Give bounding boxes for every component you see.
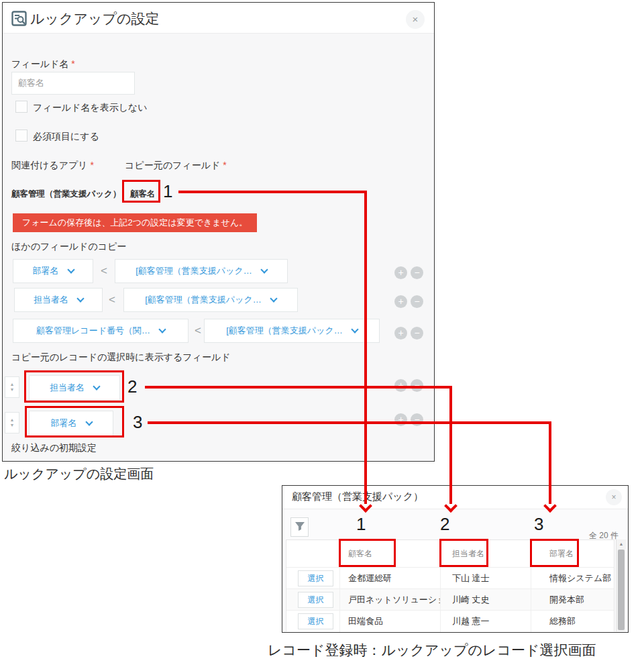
copy-target-select-1[interactable]: 部署名: [13, 259, 93, 283]
annotation-arrow-2-horizontal: [145, 386, 452, 389]
table-row: 選択 田端食品 川越 憲一 総務部: [286, 611, 614, 632]
settings-caption: ルックアップの設定画面: [4, 465, 154, 483]
sort-down-icon: ▼: [10, 423, 15, 428]
less-than-symbol: <: [109, 293, 115, 307]
cell-department: 情報システム部: [531, 568, 615, 588]
annotation-label-1-target: 1: [356, 514, 366, 535]
record-dialog-title: 顧客管理（営業支援パック）: [292, 491, 423, 503]
remove-row-button[interactable]: −: [411, 413, 423, 426]
cell-department: 開発本部: [531, 589, 615, 610]
lookup-dialog-titlebar: ルックアップの設定 ×: [3, 3, 434, 34]
annotation-label-3: 3: [133, 412, 142, 433]
sort-handle[interactable]: ▲ ▼: [5, 376, 19, 398]
close-icon[interactable]: ×: [406, 10, 425, 29]
annotation-box-2-target: [439, 539, 488, 567]
required-mark: *: [91, 160, 94, 170]
select-button[interactable]: 選択: [298, 592, 333, 608]
related-app-value: 顧客管理（営業支援パック）: [11, 189, 121, 200]
annotation-arrow-2-vertical: [449, 386, 452, 504]
related-app-label: 関連付けるアプリ *: [11, 160, 94, 172]
add-row-button[interactable]: +: [394, 413, 407, 426]
copy-source-select-3[interactable]: [顧客管理（営業支援パック…: [204, 319, 380, 343]
annotation-arrow-3-vertical: [549, 421, 551, 504]
checkbox-required-label: 必須項目にする: [33, 131, 99, 143]
annotation-label-3-target: 3: [534, 514, 543, 535]
lookup-icon: [11, 11, 27, 29]
chevron-down-icon: [158, 325, 166, 333]
add-row-button[interactable]: +: [394, 266, 407, 279]
table-row: 選択 金都運総研 下山 達士 情報システム部: [286, 568, 614, 589]
field-name-input[interactable]: [11, 72, 135, 95]
lookup-dialog-title: ルックアップの設定: [30, 9, 159, 28]
less-than-symbol: <: [101, 264, 107, 278]
cell-customer: 田端食品: [340, 611, 441, 632]
other-copy-heading: ほかのフィールドのコピー: [11, 241, 126, 253]
checkbox-hide-field-name-label: フィールド名を表示しない: [33, 102, 148, 114]
cell-customer: 戸田ネットソリューションズ: [340, 589, 441, 610]
annotation-label-2: 2: [127, 376, 137, 397]
sort-up-icon: ▲: [10, 417, 15, 423]
screenshot-canvas: ルックアップの設定 × フィールド名 * フィールド名を表示しない 必須項目にす…: [0, 0, 644, 671]
sort-handle[interactable]: ▲ ▼: [5, 412, 19, 433]
sort-up-icon: ▲: [10, 382, 15, 387]
annotation-box-1: [122, 180, 160, 203]
select-button[interactable]: 選択: [298, 613, 333, 629]
chevron-down-icon: [260, 266, 268, 273]
cell-department: 総務部: [531, 611, 615, 632]
annotation-box-3: [25, 406, 124, 437]
filter-default-heading: 絞り込みの初期設定: [11, 442, 97, 454]
sort-down-icon: ▼: [10, 387, 15, 393]
scroll-up-icon[interactable]: ▲: [616, 539, 626, 549]
copy-target-select-2[interactable]: 担当者名: [14, 288, 103, 312]
remove-row-button[interactable]: −: [411, 327, 423, 340]
chevron-down-icon: [270, 295, 277, 302]
annotation-arrow-1-horizontal: [178, 191, 367, 193]
field-name-label: フィールド名 *: [11, 58, 75, 70]
record-caption: レコード登録時：ルックアップのレコード選択画面: [268, 641, 596, 660]
cell-customer: 金都運総研: [340, 568, 441, 588]
add-row-button[interactable]: +: [394, 295, 407, 308]
annotation-arrow-1-vertical: [364, 191, 367, 504]
required-mark: *: [71, 58, 74, 69]
copy-source-select-1[interactable]: [顧客管理（営業支援パック…: [115, 259, 288, 283]
table-row: 選択 戸田ネットソリューションズ 川崎 丈史 開発本部: [286, 589, 614, 611]
remove-row-button[interactable]: −: [411, 295, 423, 308]
funnel-icon: [294, 521, 305, 534]
annotation-box-1-target: [339, 539, 396, 567]
annotation-label-2-target: 2: [440, 514, 449, 535]
copy-target-select-3[interactable]: 顧客管理レコード番号（関…: [13, 319, 189, 343]
cell-person: 川崎 丈史: [441, 589, 531, 610]
add-row-button[interactable]: +: [394, 327, 407, 340]
scrollbar-thumb[interactable]: [618, 550, 625, 630]
cell-person: 下山 達士: [441, 568, 531, 588]
less-than-symbol: <: [195, 324, 201, 338]
filter-button[interactable]: [290, 517, 309, 537]
annotation-arrow-3-horizontal: [148, 421, 551, 424]
select-button[interactable]: 選択: [298, 570, 333, 586]
required-mark: *: [223, 160, 226, 170]
chevron-down-icon: [76, 295, 84, 302]
annotation-box-3-target: [530, 539, 579, 567]
warning-banner: フォームの保存後は、上記2つの設定は変更できません。: [13, 213, 257, 232]
copy-source-select-2[interactable]: [顧客管理（営業支援パック…: [123, 288, 298, 312]
cell-person: 川越 憲一: [441, 611, 531, 632]
display-fields-heading: コピー元のレコードの選択時に表示するフィールド: [11, 352, 231, 364]
scrollbar[interactable]: ▲: [616, 539, 625, 631]
checkbox-hide-field-name[interactable]: [15, 101, 28, 113]
header-select: [286, 540, 340, 567]
annotation-box-2: [24, 370, 124, 403]
copy-source-label: コピー元のフィールド *: [125, 160, 227, 172]
chevron-down-icon: [351, 325, 358, 333]
annotation-label-1: 1: [163, 181, 172, 202]
close-icon[interactable]: ×: [606, 489, 622, 505]
checkbox-required[interactable]: [15, 130, 28, 142]
remove-row-button[interactable]: −: [411, 266, 423, 279]
chevron-down-icon: [67, 266, 74, 273]
